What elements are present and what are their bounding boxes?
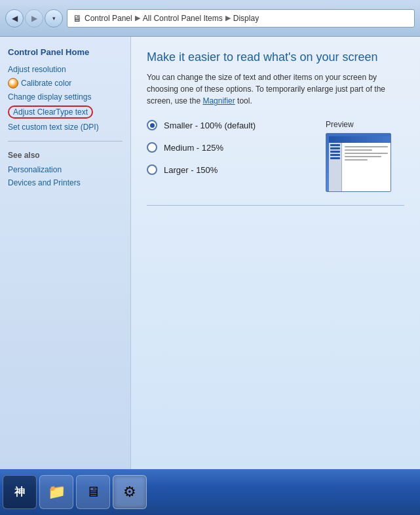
- page-description: You can change the size of text and othe…: [147, 71, 404, 107]
- description-text-1: You can change the size of text and othe…: [147, 73, 385, 105]
- sidebar-item-devices-printers[interactable]: Devices and Printers: [8, 178, 123, 187]
- taskbar: 神 📁 🖥 ⚙: [0, 469, 420, 515]
- main-panel: Make it easier to read what's on your sc…: [131, 37, 420, 469]
- sidebar: Control Panel Home Adjust resolution Cal…: [0, 37, 131, 469]
- page-title: Make it easier to read what's on your sc…: [147, 50, 404, 65]
- sidebar-item-change-display[interactable]: Change display settings: [8, 92, 123, 102]
- taskbar-explorer[interactable]: 📁: [39, 475, 73, 509]
- description-text-2: tool.: [235, 96, 252, 105]
- sidebar-item-adjust-resolution[interactable]: Adjust resolution: [8, 65, 123, 74]
- preview-content: [343, 144, 389, 190]
- address-icon: 🖥: [73, 13, 82, 24]
- size-options-area: Smaller - 100% (default) Medium - 125% L…: [147, 120, 404, 192]
- address-bar: ◀ ▶ ▾ 🖥 Control Panel ▶ All Control Pane…: [0, 0, 420, 37]
- preview-titlebar: [329, 136, 391, 143]
- preview-label: Preview: [326, 120, 404, 129]
- sidebar-divider: [8, 141, 123, 142]
- taskbar-desktop[interactable]: 🖥: [76, 475, 110, 509]
- radio-option-larger[interactable]: Larger - 150%: [147, 164, 306, 175]
- radio-larger-label: Larger - 150%: [164, 165, 218, 175]
- radio-larger[interactable]: [147, 164, 157, 175]
- address-input[interactable]: 🖥 Control Panel ▶ All Control Panel Item…: [67, 9, 415, 28]
- address-segment: All Control Panel Items: [143, 14, 223, 23]
- preview-box: [326, 133, 391, 192]
- preview-window: [329, 136, 391, 191]
- calibrate-color-icon: [8, 78, 18, 88]
- address-segment-current: Display: [233, 14, 259, 23]
- sidebar-item-adjust-cleartype[interactable]: Adjust ClearType text: [8, 105, 93, 119]
- preview-sidebar-item: [330, 154, 340, 156]
- preview-area: Preview: [326, 120, 404, 192]
- address-segment: Control Panel: [85, 14, 132, 23]
- magnifier-link[interactable]: Magnifier: [202, 96, 235, 105]
- preview-sidebar-item: [330, 144, 340, 146]
- forward-button[interactable]: ▶: [25, 9, 43, 28]
- radio-smaller-label: Smaller - 100% (default): [164, 121, 256, 130]
- sidebar-item-personalization[interactable]: Personalization: [8, 165, 123, 174]
- dropdown-button[interactable]: ▾: [45, 9, 63, 28]
- preview-sidebar-item: [330, 147, 340, 149]
- preview-sidebar: [329, 143, 342, 191]
- sidebar-home-link[interactable]: Control Panel Home: [8, 47, 123, 57]
- preview-sidebar-item: [330, 151, 340, 153]
- preview-sidebar-item: [330, 157, 340, 159]
- radio-medium-label: Medium - 125%: [164, 143, 223, 153]
- radio-smaller[interactable]: [147, 120, 157, 130]
- radio-option-smaller[interactable]: Smaller - 100% (default): [147, 120, 306, 130]
- content-divider: [147, 205, 404, 206]
- taskbar-start[interactable]: 神: [3, 475, 37, 509]
- radio-option-medium[interactable]: Medium - 125%: [147, 142, 306, 153]
- size-options-list: Smaller - 100% (default) Medium - 125% L…: [147, 120, 306, 192]
- back-button[interactable]: ◀: [5, 9, 24, 28]
- window-content: Control Panel Home Adjust resolution Cal…: [0, 37, 420, 469]
- taskbar-controlpanel[interactable]: ⚙: [113, 475, 147, 509]
- sidebar-item-custom-text[interactable]: Set custom text size (DPI): [8, 123, 123, 132]
- sidebar-item-calibrate-color[interactable]: Calibrate color: [8, 78, 123, 88]
- see-also-label: See also: [8, 151, 123, 160]
- radio-medium[interactable]: [147, 142, 157, 153]
